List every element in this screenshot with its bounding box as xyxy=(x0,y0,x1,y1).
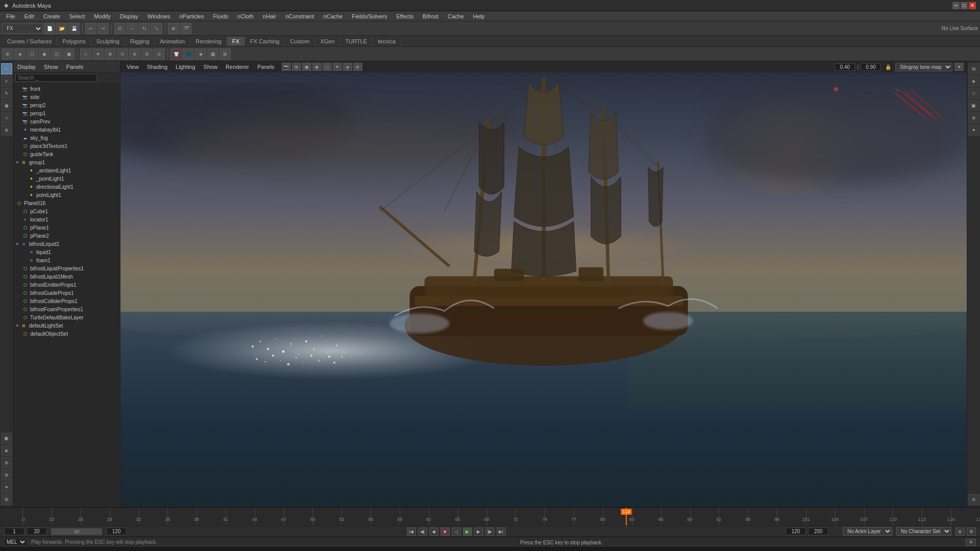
tool-snap-together[interactable]: ⊕ xyxy=(1,469,12,481)
tab-tecnica[interactable]: tecnica xyxy=(373,37,401,46)
vp-shading-menu[interactable]: Shading xyxy=(144,63,170,70)
vp-tone-settings-btn[interactable]: ▼ xyxy=(954,63,964,71)
vp-ao-btn[interactable]: ⊕ xyxy=(353,63,362,71)
outliner-show-menu[interactable]: Show xyxy=(44,64,58,70)
tab-fx-caching[interactable]: FX Caching xyxy=(245,37,285,46)
outliner-item-persp1[interactable]: 📷 persp1 xyxy=(13,109,120,117)
fx-tool-3[interactable]: ⬡ xyxy=(27,48,38,60)
maximize-button[interactable]: □ xyxy=(961,2,968,9)
fx-tool-1[interactable]: ⊕ xyxy=(2,48,13,60)
right-tool-bottom-1[interactable]: ≋ xyxy=(968,494,979,505)
tab-polygons[interactable]: Polygons xyxy=(57,37,91,46)
outliner-item-dirlight[interactable]: ✦ directionalLight1 xyxy=(13,183,120,191)
right-tool-3[interactable]: ⊹ xyxy=(968,88,979,99)
outliner-item-camprev[interactable]: 📷 camPrev xyxy=(13,117,120,126)
menu-help[interactable]: Help xyxy=(469,12,489,20)
tab-custom[interactable]: Custom xyxy=(285,37,315,46)
menu-select[interactable]: Select xyxy=(65,12,89,20)
tool-quick-select[interactable]: ◈ xyxy=(1,445,12,456)
vp-light-btn[interactable]: ✦ xyxy=(333,63,342,71)
menu-fields[interactable]: Fields/Solvers xyxy=(348,12,391,20)
menu-nhair[interactable]: nHair xyxy=(259,12,280,20)
outliner-item-front[interactable]: 📷 front xyxy=(13,85,120,93)
outliner-item-bifrost-emitter[interactable]: ⬡ bifrostEmitterProps1 xyxy=(13,281,120,289)
timeline-ruler[interactable]: 2023262932353841444750535659626568717477… xyxy=(22,508,980,525)
fx-tool-11[interactable]: ⊛ xyxy=(129,48,140,60)
menu-modify[interactable]: Modify xyxy=(90,12,114,20)
fx-cloth-4[interactable]: ▦ xyxy=(207,48,218,60)
right-tool-2[interactable]: ◈ xyxy=(968,76,979,87)
tb-render[interactable]: 🎬 xyxy=(180,23,191,34)
tb-select[interactable]: ⊡ xyxy=(114,23,126,34)
tool-node-editor[interactable]: ⊞ xyxy=(1,494,12,505)
outliner-item-bifrost-foam[interactable]: ⬡ bifrostFoamProperties1 xyxy=(13,305,120,313)
fx-tool-7[interactable]: ⊹ xyxy=(80,48,91,60)
outliner-search-input[interactable] xyxy=(15,74,97,82)
end-frame-input[interactable] xyxy=(808,528,828,535)
command-mode-dropdown[interactable]: MEL xyxy=(4,538,27,546)
menu-nconstraint[interactable]: nConstraint xyxy=(281,12,318,20)
pb-prev-key[interactable]: ◀| xyxy=(418,528,427,536)
tool-lasso[interactable]: ⌖ xyxy=(1,76,12,87)
vp-panels-menu[interactable]: Panels xyxy=(254,63,278,70)
tool-transform[interactable]: ⊹ xyxy=(1,112,12,123)
fx-tool-6[interactable]: ▣ xyxy=(63,48,75,60)
outliner-item-place3d[interactable]: ⬡ place3dTexture1 xyxy=(13,142,120,150)
vp-wireframe-btn[interactable]: ▣ xyxy=(302,63,311,71)
fx-cloth-5[interactable]: ⊞ xyxy=(219,48,231,60)
tool-display[interactable]: ▣ xyxy=(1,433,12,444)
vp-lighting-menu[interactable]: Lighting xyxy=(173,63,199,70)
outliner-display-menu[interactable]: Display xyxy=(17,64,36,70)
vp-view-menu[interactable]: View xyxy=(124,63,142,70)
right-tool-6[interactable]: ✦ xyxy=(968,124,979,136)
pb-settings-btn[interactable]: ⚙ xyxy=(967,528,976,536)
pb-skip-start[interactable]: |◀ xyxy=(407,528,416,536)
timeline[interactable]: 2023262932353841444750535659626568717477… xyxy=(0,507,980,525)
fx-tool-9[interactable]: ⊗ xyxy=(105,48,116,60)
fx-tool-10[interactable]: ⊙ xyxy=(117,48,128,60)
tab-xgen[interactable]: XGen xyxy=(315,37,340,46)
outliner-item-persp2[interactable]: 📷 persp2 xyxy=(13,101,120,109)
tb-snap[interactable]: ⊕ xyxy=(168,23,179,34)
menu-edit[interactable]: Edit xyxy=(20,12,38,20)
anim-layer-dropdown[interactable]: No Anim Layer xyxy=(843,527,892,536)
vp-grid-btn[interactable]: ⊞ xyxy=(292,63,301,71)
tool-select[interactable]: ↖ xyxy=(1,63,12,74)
right-tool-4[interactable]: ▣ xyxy=(968,100,979,111)
tab-rigging[interactable]: Rigging xyxy=(125,37,155,46)
minimize-button[interactable]: ─ xyxy=(952,2,960,9)
tool-crease[interactable]: ⊛ xyxy=(1,457,12,468)
outliner-item-skyfog[interactable]: ☁ sky_fog xyxy=(13,134,120,142)
vp-camera-btn[interactable]: 📷 xyxy=(282,63,291,71)
outliner-item-pointlight1[interactable]: ✦ _pointLight1 xyxy=(13,174,120,183)
outliner-item-guidetank[interactable]: ⬡ guideTank xyxy=(13,150,120,158)
outliner-item-pplane1[interactable]: ⬡ pPlane1 xyxy=(13,223,120,232)
outliner-panels-menu[interactable]: Panels xyxy=(66,64,84,70)
outliner-item-defaultobjectset[interactable]: ⬡ defaultObjectSet xyxy=(13,330,120,338)
playback-range-bar[interactable]: 20 xyxy=(51,528,102,535)
vp-value2-input[interactable] xyxy=(861,63,881,71)
outliner-item-bifrost-collider[interactable]: ⬡ bifrostColliderProps1 xyxy=(13,297,120,305)
menu-create[interactable]: Create xyxy=(39,12,64,20)
outliner-item-liquid1[interactable]: ≋ liquid1 xyxy=(13,248,120,256)
pb-prev-frame[interactable]: ◀ xyxy=(429,528,438,536)
outliner-item-mentalray[interactable]: ☀ mentalrayIbl1 xyxy=(13,126,120,134)
vp-smooth-btn[interactable]: ◉ xyxy=(312,63,322,71)
outliner-item-plane016[interactable]: ⬡ Plane016 xyxy=(13,199,120,207)
playback-end-input[interactable] xyxy=(106,528,127,535)
right-tool-1[interactable]: ⊞ xyxy=(968,63,979,74)
char-set-dropdown[interactable]: No Character Set xyxy=(896,527,951,536)
vp-tone-dropdown[interactable]: Stingray tone-map xyxy=(895,63,952,71)
tool-artisan[interactable]: ✦ xyxy=(1,482,12,493)
vp-texture-btn[interactable]: ⬡ xyxy=(323,63,332,71)
tab-turtle[interactable]: TURTLE xyxy=(340,37,373,46)
outliner-item-turtle-bake[interactable]: ⬡ TurtleDefaultBakeLayer xyxy=(13,313,120,321)
tb-new[interactable]: 📄 xyxy=(44,23,55,34)
pb-keys-btn[interactable]: ⊕ xyxy=(955,528,965,536)
outliner-item-pcube1[interactable]: ⬡ pCube1 xyxy=(13,207,120,215)
tool-sculpt[interactable]: ◉ xyxy=(1,100,12,111)
vp-value1-input[interactable] xyxy=(835,63,855,71)
pb-stop[interactable]: ■ xyxy=(440,528,450,536)
fx-tool-13[interactable]: ⊝ xyxy=(154,48,165,60)
menu-ncloth[interactable]: nCloth xyxy=(233,12,258,20)
